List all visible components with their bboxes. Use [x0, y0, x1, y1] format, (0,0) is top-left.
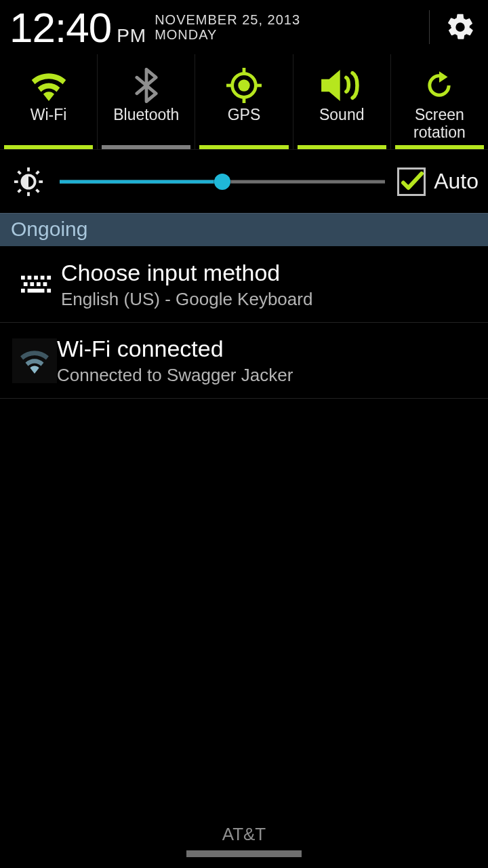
svg-line-11 [18, 171, 21, 174]
toggle-indicator [102, 145, 190, 149]
clock-ampm: PM [117, 25, 146, 47]
svg-rect-24 [21, 288, 25, 292]
check-icon [399, 167, 424, 197]
notification-title: Choose input method [61, 260, 474, 286]
section-header-ongoing: Ongoing [0, 213, 488, 247]
gear-icon [445, 12, 476, 43]
toggle-indicator [4, 145, 93, 149]
svg-rect-25 [28, 288, 45, 292]
toggle-wifi[interactable]: Wi-Fi [0, 54, 98, 149]
toggle-label: GPS [228, 106, 261, 123]
notification-subtitle: Connected to Swagger Jacker [57, 365, 474, 386]
keyboard-icon [12, 275, 61, 295]
wifi-small-icon [12, 338, 57, 383]
panel-footer: AT&T [0, 824, 488, 857]
auto-brightness-toggle[interactable]: Auto [397, 167, 479, 196]
toggle-indicator [298, 145, 386, 149]
svg-rect-20 [24, 282, 28, 286]
toggle-label: Bluetooth [113, 106, 179, 123]
bluetooth-icon [135, 65, 158, 106]
wifi-icon [28, 65, 69, 106]
drag-handle[interactable] [186, 850, 302, 857]
clock-time: 12:40 [9, 3, 111, 52]
sound-icon [321, 65, 362, 106]
toggle-indicator [395, 145, 484, 149]
toggle-label: Wi-Fi [30, 106, 67, 123]
notification-wifi-connected[interactable]: Wi-Fi connected Connected to Swagger Jac… [0, 323, 488, 399]
quick-toggle-row: Wi-Fi Bluetooth GPS [0, 54, 488, 149]
toggle-label: Sound [319, 106, 365, 123]
svg-rect-15 [21, 275, 25, 279]
divider [429, 10, 430, 44]
slider-thumb[interactable] [214, 174, 230, 190]
svg-line-14 [18, 189, 21, 192]
toggle-indicator [199, 145, 288, 149]
brightness-row: Auto [0, 149, 488, 213]
svg-point-0 [238, 79, 249, 91]
toggle-screen-rotation[interactable]: Screen rotation [391, 54, 488, 149]
date-text: NOVEMBER 25, 2013 [155, 12, 300, 27]
svg-rect-19 [47, 275, 51, 279]
svg-rect-18 [41, 275, 45, 279]
svg-rect-26 [47, 288, 51, 292]
toggle-gps[interactable]: GPS [195, 54, 293, 149]
svg-rect-17 [34, 275, 38, 279]
carrier-label: AT&T [222, 824, 266, 845]
gps-icon [226, 65, 262, 106]
notification-subtitle: English (US) - Google Keyboard [61, 289, 474, 310]
checkbox[interactable] [397, 167, 426, 196]
svg-rect-22 [37, 282, 41, 286]
toggle-label: Screen rotation [391, 106, 488, 141]
svg-line-13 [37, 171, 39, 174]
svg-line-12 [37, 189, 39, 192]
brightness-icon [9, 166, 47, 197]
brightness-slider[interactable] [60, 168, 385, 195]
svg-rect-21 [30, 282, 34, 286]
clock: 12:40 PM [9, 3, 146, 52]
slider-fill [60, 180, 222, 183]
auto-label: Auto [434, 169, 479, 194]
toggle-sound[interactable]: Sound [293, 54, 391, 149]
svg-rect-23 [43, 282, 47, 286]
day-text: MONDAY [155, 27, 300, 42]
svg-rect-16 [28, 275, 32, 279]
toggle-bluetooth[interactable]: Bluetooth [98, 54, 195, 149]
rotate-icon [422, 65, 456, 106]
status-bar: 12:40 PM NOVEMBER 25, 2013 MONDAY [0, 0, 488, 54]
notification-input-method[interactable]: Choose input method English (US) - Googl… [0, 247, 488, 323]
date-block: NOVEMBER 25, 2013 MONDAY [155, 12, 300, 42]
settings-button[interactable] [445, 12, 476, 43]
notification-title: Wi-Fi connected [57, 336, 474, 362]
